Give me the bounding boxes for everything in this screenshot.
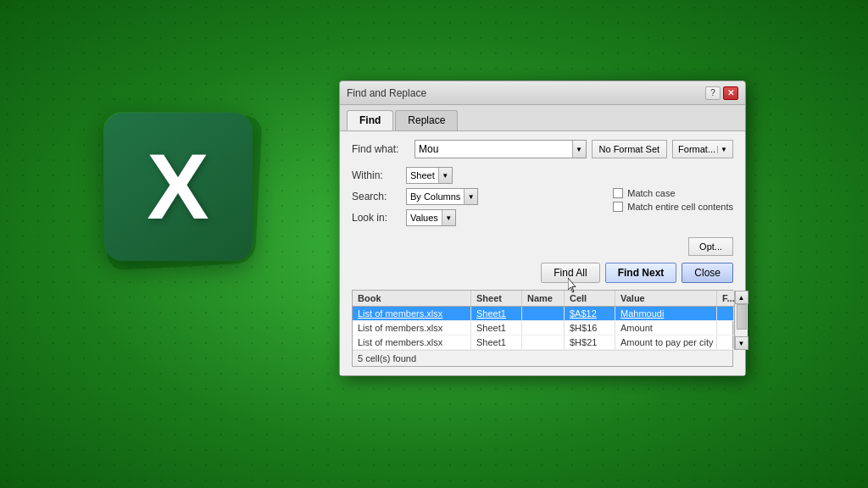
match-case-label: Match case bbox=[627, 188, 675, 198]
titlebar-close-button[interactable]: ✕ bbox=[723, 86, 738, 100]
results-section: Book Sheet Name Cell Value F... List of … bbox=[352, 290, 733, 367]
within-select[interactable]: Sheet ▼ bbox=[406, 167, 453, 184]
header-sheet: Sheet bbox=[471, 291, 522, 306]
header-name: Name bbox=[522, 291, 565, 306]
look-in-value: Values bbox=[407, 213, 442, 223]
match-entire-row: Match entire cell contents bbox=[613, 202, 733, 212]
results-body: List of members.xlsx Sheet1 $A$12 Mahmou… bbox=[353, 307, 734, 350]
result-value-2: Amount bbox=[615, 321, 717, 335]
within-value: Sheet bbox=[407, 170, 438, 180]
result-cell-2: $H$16 bbox=[565, 321, 615, 335]
dialog-titlebar: Find and Replace ? ✕ bbox=[340, 81, 745, 105]
search-row: Search: By Columns ▼ bbox=[352, 188, 604, 205]
status-bar: 5 cell(s) found bbox=[353, 350, 732, 366]
results-inner: Book Sheet Name Cell Value F... List of … bbox=[353, 291, 734, 350]
look-in-label: Look in: bbox=[352, 212, 401, 224]
results-header: Book Sheet Name Cell Value F... bbox=[353, 291, 734, 307]
tab-replace[interactable]: Replace bbox=[395, 110, 458, 130]
format-button-label: Format... bbox=[678, 144, 715, 154]
result-sheet-3: Sheet1 bbox=[471, 336, 522, 349]
options-section: Within: Sheet ▼ Search: By Columns ▼ bbox=[352, 167, 733, 230]
scroll-down-button[interactable]: ▼ bbox=[735, 336, 748, 350]
scrollbar[interactable]: ▲ ▼ bbox=[734, 291, 748, 350]
find-what-label: Find what: bbox=[352, 143, 409, 155]
find-what-input[interactable] bbox=[415, 143, 572, 155]
find-input-wrapper: ▼ bbox=[415, 140, 587, 158]
result-value-1: Mahmoudi bbox=[615, 307, 717, 320]
scroll-track bbox=[736, 304, 748, 336]
tab-find[interactable]: Find bbox=[347, 110, 393, 130]
result-f-3 bbox=[717, 336, 734, 349]
dialog-title: Find and Replace bbox=[347, 87, 426, 99]
look-in-select[interactable]: Values ▼ bbox=[406, 209, 456, 226]
result-name-1 bbox=[522, 307, 565, 320]
header-book: Book bbox=[353, 291, 471, 306]
find-replace-dialog: Find and Replace ? ✕ Find Replace Find w… bbox=[339, 80, 746, 376]
scroll-up-button[interactable]: ▲ bbox=[735, 291, 748, 304]
no-format-set-button[interactable]: No Format Set bbox=[592, 140, 668, 158]
find-all-button[interactable]: Find All bbox=[541, 263, 599, 283]
excel-x-letter: X bbox=[147, 140, 209, 233]
search-select[interactable]: By Columns ▼ bbox=[406, 188, 478, 205]
result-sheet-1: Sheet1 bbox=[471, 307, 522, 320]
result-sheet-2: Sheet1 bbox=[471, 321, 522, 335]
help-button[interactable]: ? bbox=[705, 86, 721, 100]
format-button[interactable]: Format... ▼ bbox=[672, 140, 733, 158]
result-name-2 bbox=[522, 321, 565, 335]
match-entire-checkbox[interactable] bbox=[613, 202, 623, 212]
result-book-3: List of members.xlsx bbox=[353, 336, 471, 349]
header-f: F... bbox=[717, 291, 734, 306]
search-arrow[interactable]: ▼ bbox=[464, 189, 477, 204]
action-buttons: Find All Find Next Close bbox=[352, 263, 733, 283]
result-row[interactable]: List of members.xlsx Sheet1 $H$16 Amount bbox=[353, 321, 734, 336]
result-row[interactable]: List of members.xlsx Sheet1 $H$21 Amount… bbox=[353, 336, 734, 350]
within-label: Within: bbox=[352, 169, 401, 181]
options-button[interactable]: Opt... bbox=[688, 237, 733, 256]
within-row: Within: Sheet ▼ bbox=[352, 167, 604, 184]
look-in-arrow[interactable]: ▼ bbox=[442, 210, 455, 225]
dialog-body: Find what: ▼ No Format Set Format... ▼ W… bbox=[340, 131, 745, 375]
header-cell: Cell bbox=[565, 291, 615, 306]
search-value: By Columns bbox=[407, 191, 464, 202]
close-button[interactable]: Close bbox=[682, 263, 733, 283]
find-next-button[interactable]: Find Next bbox=[605, 263, 677, 283]
result-row[interactable]: List of members.xlsx Sheet1 $A$12 Mahmou… bbox=[353, 307, 734, 321]
result-f-2 bbox=[717, 321, 734, 335]
result-f-1 bbox=[717, 307, 734, 320]
look-in-row: Look in: Values ▼ bbox=[352, 209, 604, 226]
within-arrow[interactable]: ▼ bbox=[438, 168, 452, 183]
excel-logo-container: X bbox=[85, 93, 271, 280]
options-right: Match case Match entire cell contents bbox=[613, 167, 733, 230]
result-book-2: List of members.xlsx bbox=[353, 321, 471, 335]
result-cell-3: $H$21 bbox=[565, 336, 615, 349]
format-dropdown-arrow[interactable]: ▼ bbox=[717, 146, 727, 153]
header-value: Value bbox=[615, 291, 717, 306]
result-book-1: List of members.xlsx bbox=[353, 307, 471, 320]
scroll-thumb[interactable] bbox=[737, 304, 747, 330]
find-what-row: Find what: ▼ No Format Set Format... ▼ bbox=[352, 140, 733, 158]
dialog-tabs: Find Replace bbox=[340, 105, 745, 131]
action-row: Opt... bbox=[352, 237, 733, 256]
excel-logo: X bbox=[104, 113, 253, 261]
options-left: Within: Sheet ▼ Search: By Columns ▼ bbox=[352, 167, 604, 230]
match-case-row: Match case bbox=[613, 188, 733, 198]
match-entire-label: Match entire cell contents bbox=[627, 202, 733, 212]
result-value-3: Amount to pay per city bbox=[615, 336, 717, 349]
result-cell-1: $A$12 bbox=[565, 307, 615, 320]
search-label: Search: bbox=[352, 191, 401, 202]
match-case-checkbox[interactable] bbox=[613, 188, 623, 198]
dialog-controls: ? ✕ bbox=[705, 86, 738, 100]
results-scroll-container: Book Sheet Name Cell Value F... List of … bbox=[353, 291, 732, 350]
result-name-3 bbox=[522, 336, 565, 349]
find-input-dropdown[interactable]: ▼ bbox=[572, 141, 586, 158]
